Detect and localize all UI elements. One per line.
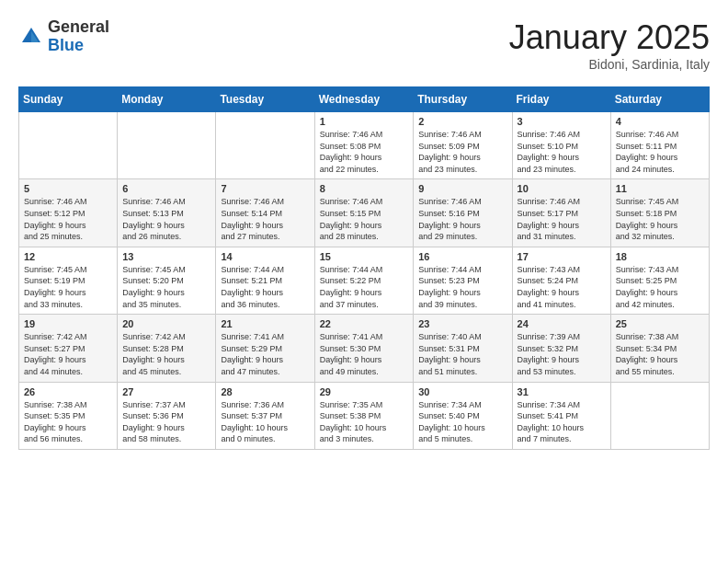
weekday-header-monday: Monday bbox=[118, 87, 216, 112]
day-info: Sunrise: 7:36 AM Sunset: 5:37 PM Dayligh… bbox=[221, 399, 309, 445]
calendar-day-24: 24Sunrise: 7:39 AM Sunset: 5:32 PM Dayli… bbox=[512, 315, 610, 382]
day-number: 18 bbox=[616, 251, 704, 262]
day-number: 7 bbox=[221, 183, 309, 194]
day-number: 23 bbox=[418, 318, 506, 329]
calendar-day-8: 8Sunrise: 7:46 AM Sunset: 5:15 PM Daylig… bbox=[314, 179, 414, 247]
day-info: Sunrise: 7:42 AM Sunset: 5:27 PM Dayligh… bbox=[24, 331, 112, 377]
weekday-header-tuesday: Tuesday bbox=[216, 87, 314, 112]
day-info: Sunrise: 7:45 AM Sunset: 5:18 PM Dayligh… bbox=[616, 196, 704, 242]
day-number: 16 bbox=[418, 251, 506, 262]
day-info: Sunrise: 7:42 AM Sunset: 5:28 PM Dayligh… bbox=[122, 331, 210, 377]
logo-blue-text: Blue bbox=[48, 36, 84, 54]
day-info: Sunrise: 7:38 AM Sunset: 5:35 PM Dayligh… bbox=[24, 399, 112, 445]
weekday-header-row: SundayMondayTuesdayWednesdayThursdayFrid… bbox=[19, 87, 710, 112]
calendar-day-27: 27Sunrise: 7:37 AM Sunset: 5:36 PM Dayli… bbox=[118, 382, 216, 449]
day-number: 12 bbox=[24, 251, 112, 262]
day-number: 24 bbox=[518, 318, 606, 329]
day-number: 2 bbox=[418, 116, 506, 127]
weekday-header-wednesday: Wednesday bbox=[314, 87, 414, 112]
day-info: Sunrise: 7:46 AM Sunset: 5:10 PM Dayligh… bbox=[518, 129, 606, 175]
day-info: Sunrise: 7:34 AM Sunset: 5:40 PM Dayligh… bbox=[418, 399, 506, 445]
weekday-header-saturday: Saturday bbox=[610, 87, 709, 112]
logo-icon bbox=[18, 24, 44, 50]
day-info: Sunrise: 7:35 AM Sunset: 5:38 PM Dayligh… bbox=[320, 399, 409, 445]
calendar-day-20: 20Sunrise: 7:42 AM Sunset: 5:28 PM Dayli… bbox=[118, 315, 216, 382]
calendar-day-5: 5Sunrise: 7:46 AM Sunset: 5:12 PM Daylig… bbox=[19, 179, 118, 247]
day-number: 3 bbox=[518, 116, 606, 127]
day-number: 13 bbox=[122, 251, 210, 262]
page-header: General Blue January 2025 Bidoni, Sardin… bbox=[18, 18, 710, 72]
calendar-day-28: 28Sunrise: 7:36 AM Sunset: 5:37 PM Dayli… bbox=[216, 382, 314, 449]
calendar-week-row: 5Sunrise: 7:46 AM Sunset: 5:12 PM Daylig… bbox=[19, 179, 710, 247]
calendar-day-12: 12Sunrise: 7:45 AM Sunset: 5:19 PM Dayli… bbox=[19, 247, 118, 314]
day-number: 26 bbox=[24, 386, 112, 397]
day-number: 22 bbox=[320, 318, 409, 329]
calendar-day-26: 26Sunrise: 7:38 AM Sunset: 5:35 PM Dayli… bbox=[19, 382, 118, 449]
day-number: 9 bbox=[418, 183, 506, 194]
calendar-table: SundayMondayTuesdayWednesdayThursdayFrid… bbox=[18, 86, 710, 450]
calendar-day-3: 3Sunrise: 7:46 AM Sunset: 5:10 PM Daylig… bbox=[512, 112, 610, 179]
calendar-week-row: 12Sunrise: 7:45 AM Sunset: 5:19 PM Dayli… bbox=[19, 247, 710, 314]
day-info: Sunrise: 7:45 AM Sunset: 5:20 PM Dayligh… bbox=[122, 264, 210, 310]
calendar-day-30: 30Sunrise: 7:34 AM Sunset: 5:40 PM Dayli… bbox=[414, 382, 512, 449]
day-number: 14 bbox=[221, 251, 309, 262]
day-info: Sunrise: 7:40 AM Sunset: 5:31 PM Dayligh… bbox=[418, 331, 506, 377]
day-number: 30 bbox=[418, 386, 506, 397]
calendar-empty-cell bbox=[610, 382, 709, 449]
calendar-day-2: 2Sunrise: 7:46 AM Sunset: 5:09 PM Daylig… bbox=[414, 112, 512, 179]
day-info: Sunrise: 7:44 AM Sunset: 5:21 PM Dayligh… bbox=[221, 264, 309, 310]
day-number: 11 bbox=[616, 183, 704, 194]
day-number: 21 bbox=[221, 318, 309, 329]
day-info: Sunrise: 7:43 AM Sunset: 5:25 PM Dayligh… bbox=[616, 264, 704, 310]
month-title: January 2025 bbox=[509, 18, 710, 57]
weekday-header-sunday: Sunday bbox=[19, 87, 118, 112]
calendar-day-21: 21Sunrise: 7:41 AM Sunset: 5:29 PM Dayli… bbox=[216, 315, 314, 382]
day-number: 15 bbox=[320, 251, 409, 262]
day-info: Sunrise: 7:46 AM Sunset: 5:15 PM Dayligh… bbox=[320, 196, 409, 242]
calendar-day-6: 6Sunrise: 7:46 AM Sunset: 5:13 PM Daylig… bbox=[118, 179, 216, 247]
calendar-day-23: 23Sunrise: 7:40 AM Sunset: 5:31 PM Dayli… bbox=[414, 315, 512, 382]
calendar-day-19: 19Sunrise: 7:42 AM Sunset: 5:27 PM Dayli… bbox=[19, 315, 118, 382]
day-info: Sunrise: 7:46 AM Sunset: 5:12 PM Dayligh… bbox=[24, 196, 112, 242]
day-info: Sunrise: 7:46 AM Sunset: 5:16 PM Dayligh… bbox=[418, 196, 506, 242]
calendar-day-11: 11Sunrise: 7:45 AM Sunset: 5:18 PM Dayli… bbox=[610, 179, 709, 247]
title-block: January 2025 Bidoni, Sardinia, Italy bbox=[509, 18, 710, 72]
calendar-day-4: 4Sunrise: 7:46 AM Sunset: 5:11 PM Daylig… bbox=[610, 112, 709, 179]
calendar-empty-cell bbox=[19, 112, 118, 179]
day-number: 10 bbox=[518, 183, 606, 194]
calendar-day-17: 17Sunrise: 7:43 AM Sunset: 5:24 PM Dayli… bbox=[512, 247, 610, 314]
location-subtitle: Bidoni, Sardinia, Italy bbox=[509, 57, 710, 72]
calendar-day-9: 9Sunrise: 7:46 AM Sunset: 5:16 PM Daylig… bbox=[414, 179, 512, 247]
calendar-day-29: 29Sunrise: 7:35 AM Sunset: 5:38 PM Dayli… bbox=[314, 382, 414, 449]
day-number: 29 bbox=[320, 386, 409, 397]
day-number: 19 bbox=[24, 318, 112, 329]
calendar-day-1: 1Sunrise: 7:46 AM Sunset: 5:08 PM Daylig… bbox=[314, 112, 414, 179]
calendar-week-row: 19Sunrise: 7:42 AM Sunset: 5:27 PM Dayli… bbox=[19, 315, 710, 382]
day-info: Sunrise: 7:46 AM Sunset: 5:09 PM Dayligh… bbox=[418, 129, 506, 175]
day-number: 28 bbox=[221, 386, 309, 397]
day-info: Sunrise: 7:46 AM Sunset: 5:11 PM Dayligh… bbox=[616, 129, 704, 175]
day-info: Sunrise: 7:39 AM Sunset: 5:32 PM Dayligh… bbox=[518, 331, 606, 377]
calendar-day-7: 7Sunrise: 7:46 AM Sunset: 5:14 PM Daylig… bbox=[216, 179, 314, 247]
day-number: 31 bbox=[518, 386, 606, 397]
day-info: Sunrise: 7:38 AM Sunset: 5:34 PM Dayligh… bbox=[616, 331, 704, 377]
day-info: Sunrise: 7:41 AM Sunset: 5:30 PM Dayligh… bbox=[320, 331, 409, 377]
calendar-day-18: 18Sunrise: 7:43 AM Sunset: 5:25 PM Dayli… bbox=[610, 247, 709, 314]
calendar-week-row: 26Sunrise: 7:38 AM Sunset: 5:35 PM Dayli… bbox=[19, 382, 710, 449]
day-info: Sunrise: 7:46 AM Sunset: 5:17 PM Dayligh… bbox=[518, 196, 606, 242]
day-number: 27 bbox=[122, 386, 210, 397]
day-info: Sunrise: 7:46 AM Sunset: 5:14 PM Dayligh… bbox=[221, 196, 309, 242]
calendar-day-13: 13Sunrise: 7:45 AM Sunset: 5:20 PM Dayli… bbox=[118, 247, 216, 314]
calendar-day-15: 15Sunrise: 7:44 AM Sunset: 5:22 PM Dayli… bbox=[314, 247, 414, 314]
day-number: 1 bbox=[320, 116, 409, 127]
day-number: 17 bbox=[518, 251, 606, 262]
calendar-day-25: 25Sunrise: 7:38 AM Sunset: 5:34 PM Dayli… bbox=[610, 315, 709, 382]
calendar-empty-cell bbox=[216, 112, 314, 179]
calendar-day-10: 10Sunrise: 7:46 AM Sunset: 5:17 PM Dayli… bbox=[512, 179, 610, 247]
calendar-day-16: 16Sunrise: 7:44 AM Sunset: 5:23 PM Dayli… bbox=[414, 247, 512, 314]
calendar-week-row: 1Sunrise: 7:46 AM Sunset: 5:08 PM Daylig… bbox=[19, 112, 710, 179]
calendar-empty-cell bbox=[118, 112, 216, 179]
calendar-day-14: 14Sunrise: 7:44 AM Sunset: 5:21 PM Dayli… bbox=[216, 247, 314, 314]
day-info: Sunrise: 7:46 AM Sunset: 5:13 PM Dayligh… bbox=[122, 196, 210, 242]
day-info: Sunrise: 7:43 AM Sunset: 5:24 PM Dayligh… bbox=[518, 264, 606, 310]
